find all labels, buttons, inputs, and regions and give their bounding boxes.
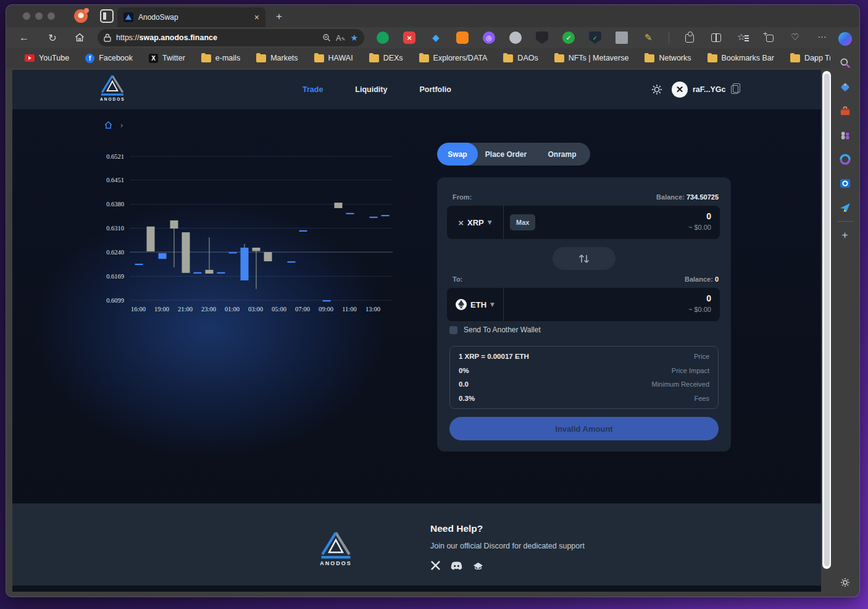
nav-item-trade[interactable]: Trade xyxy=(303,85,323,94)
extension-red-suite-icon[interactable]: × xyxy=(403,32,415,44)
svg-text:0.6521: 0.6521 xyxy=(106,153,124,160)
extensions-puzzle-icon[interactable] xyxy=(683,32,696,44)
tab-onramp[interactable]: Onramp xyxy=(534,143,590,166)
window-minimize-button[interactable] xyxy=(35,12,43,20)
browser-tab[interactable]: AnodoSwap × xyxy=(117,7,265,27)
extension-list-icon[interactable] xyxy=(616,32,628,44)
read-aloud-icon[interactable]: A✎ xyxy=(336,33,345,43)
bookmark-networks[interactable]: Networks xyxy=(645,54,691,62)
favorites-icon[interactable] xyxy=(737,32,749,44)
workspaces-icon[interactable] xyxy=(100,9,114,23)
bookmark-e-mails[interactable]: e-mails xyxy=(201,54,240,62)
extension-purple-icon[interactable]: ◎ xyxy=(483,32,495,44)
extension-rabby-icon[interactable] xyxy=(509,32,522,44)
svg-text:0.6240: 0.6240 xyxy=(106,249,124,256)
price-candlestick-chart: 0.65210.64510.63800.63100.62400.61690.60… xyxy=(105,148,395,316)
folder-icon xyxy=(419,54,429,62)
max-button[interactable]: Max xyxy=(510,214,535,230)
copy-address-icon[interactable] xyxy=(731,85,738,94)
tab-swap[interactable]: Swap xyxy=(437,143,478,166)
docs-book-icon[interactable] xyxy=(472,561,484,571)
extension-pen-icon[interactable]: ✎ xyxy=(642,32,654,44)
bookmark-twitter[interactable]: XTwitter xyxy=(149,54,185,63)
extension-verified-icon[interactable]: ✓ xyxy=(562,32,575,44)
favorite-star-icon[interactable]: ★ xyxy=(350,33,358,43)
window-close-button[interactable] xyxy=(23,12,30,20)
sidebar-copilot-icon[interactable] xyxy=(838,32,852,46)
sidebar-outlook-icon[interactable] xyxy=(838,177,852,190)
page-anodoswap: ANODOS TradeLiquidityPortfolio ✕ raF...Y… xyxy=(12,70,821,592)
detail-value: 0.3% xyxy=(459,395,475,402)
swap-submit-button[interactable]: Invalid Amount xyxy=(449,417,719,440)
svg-text:13:00: 13:00 xyxy=(365,306,380,313)
url-text[interactable]: https://swap.anodos.finance xyxy=(116,33,317,42)
from-token-selector[interactable]: × XRP ▼ xyxy=(447,206,504,239)
send-to-another-wallet-checkbox[interactable] xyxy=(449,326,457,334)
refresh-button[interactable]: ↻ xyxy=(43,32,62,44)
split-screen-icon[interactable] xyxy=(710,32,722,44)
bookmark-hawai[interactable]: HAWAI xyxy=(314,54,353,62)
from-amount-input[interactable]: 0 xyxy=(688,211,711,221)
window-zoom-button[interactable] xyxy=(48,12,55,20)
sidebar-add-icon[interactable]: + xyxy=(838,229,852,242)
extension-gem-wallet-icon[interactable]: ◆ xyxy=(430,32,442,44)
wallet-chip[interactable]: ✕ raF...YGc xyxy=(672,82,738,98)
sidebar-microsoft-365-icon[interactable] xyxy=(838,153,852,166)
extension-shield-check-icon[interactable]: ✓ xyxy=(589,32,601,44)
address-bar[interactable]: https://swap.anodos.finance A✎ ★ xyxy=(98,29,364,46)
tab-close-icon[interactable]: × xyxy=(254,13,259,22)
page-scrollbar[interactable] xyxy=(822,71,831,569)
xrp-token-icon: × xyxy=(458,217,464,228)
xrp-wallet-icon: ✕ xyxy=(672,82,688,98)
scrollbar-thumb[interactable] xyxy=(824,74,830,566)
detail-row-price-impact: 0%Price Impact xyxy=(459,367,709,374)
zoom-out-icon[interactable] xyxy=(322,33,331,42)
chevron-down-icon: ▼ xyxy=(490,301,495,308)
bookmark-markets[interactable]: Markets xyxy=(256,54,298,62)
extension-shield-icon[interactable] xyxy=(536,32,548,44)
nav-item-liquidity[interactable]: Liquidity xyxy=(355,85,387,94)
browser-essentials-icon[interactable] xyxy=(790,32,802,44)
footer-subtitle: Join our official Discord for dedicated … xyxy=(430,542,585,550)
bookmark-dexs[interactable]: DEXs xyxy=(369,54,403,62)
extension-metamask-icon[interactable] xyxy=(456,32,469,44)
bookmark-bookmarks-bar[interactable]: Bookmarks Bar xyxy=(707,54,774,62)
bookmark-explorers-data[interactable]: Explorers/DATA xyxy=(419,54,488,62)
bookmark-youtube[interactable]: YouTube xyxy=(25,54,69,62)
svg-text:16:00: 16:00 xyxy=(131,306,146,313)
to-amount-input[interactable]: 0 xyxy=(688,293,711,303)
bookmarks-overflow-chevron[interactable]: › xyxy=(814,53,817,64)
bookmark-facebook[interactable]: fFacebook xyxy=(85,54,133,63)
home-button[interactable] xyxy=(74,32,85,43)
bookmark-nfts-metaverse[interactable]: NFTs | Metaverse xyxy=(554,54,629,62)
x-twitter-icon[interactable] xyxy=(430,560,441,571)
anodos-logo[interactable]: ANODOS xyxy=(100,74,125,101)
tab-place-order[interactable]: Place Order xyxy=(478,143,534,166)
svg-text:0.6380: 0.6380 xyxy=(106,201,124,208)
sidebar-games-icon[interactable] xyxy=(838,128,852,142)
nav-item-portfolio[interactable]: Portfolio xyxy=(419,85,451,94)
bookmark-label: Markets xyxy=(270,54,298,62)
sidebar-settings-gear-icon[interactable] xyxy=(838,576,852,589)
swap-direction-button[interactable] xyxy=(553,247,616,270)
collections-icon[interactable] xyxy=(763,32,775,44)
sidebar-drop-icon[interactable] xyxy=(838,201,852,214)
sidebar-search-icon[interactable] xyxy=(838,56,852,70)
to-token-selector[interactable]: ETH ▼ xyxy=(447,288,504,321)
new-tab-button[interactable]: + xyxy=(276,10,282,23)
profile-avatar-icon[interactable] xyxy=(74,9,88,23)
sidebar-tools-icon[interactable] xyxy=(838,104,852,118)
send-to-another-wallet-label: Send To Another Wallet xyxy=(464,326,541,334)
page-footer: ANODOS Need Help? Join our official Disc… xyxy=(12,503,821,586)
back-button[interactable]: ← xyxy=(15,32,33,43)
theme-toggle-sun-icon[interactable] xyxy=(651,84,662,95)
footer-title: Need Help? xyxy=(430,523,483,534)
sidebar-shopping-icon[interactable] xyxy=(838,80,852,94)
extension-chatgpt-icon[interactable] xyxy=(377,32,389,44)
breadcrumb-home-icon[interactable] xyxy=(104,120,113,130)
svg-text:05:00: 05:00 xyxy=(272,306,286,313)
more-menu-icon[interactable] xyxy=(816,32,828,44)
discord-icon[interactable] xyxy=(450,561,463,571)
bookmark-daos[interactable]: DAOs xyxy=(503,54,538,62)
anodos-logo-icon xyxy=(320,531,352,560)
